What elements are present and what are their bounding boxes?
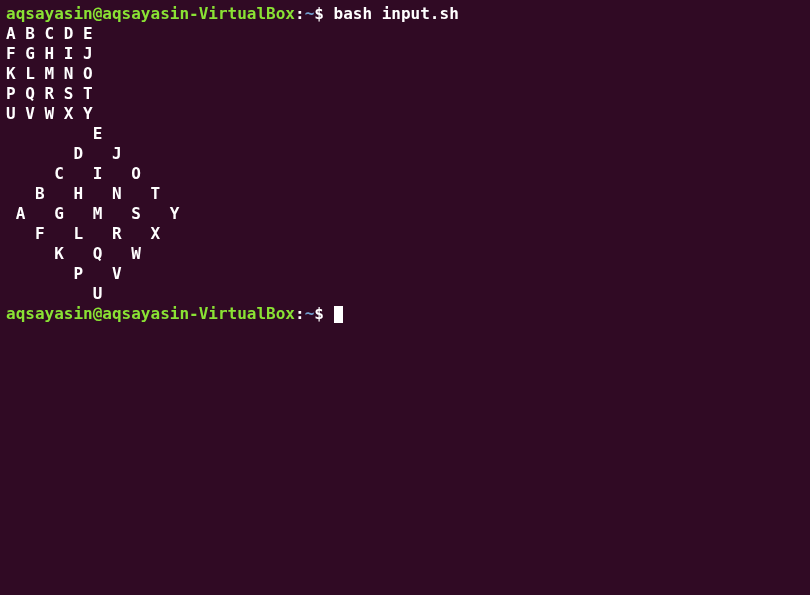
output-row: A B C D E: [6, 24, 804, 44]
prompt-colon: :: [295, 4, 305, 23]
prompt-user-host: aqsayasin@aqsayasin-VirtualBox: [6, 4, 295, 23]
output-diamond-row: A G M S Y: [6, 204, 804, 224]
output-diamond-row: E: [6, 124, 804, 144]
prompt-dollar: $: [314, 4, 333, 23]
output-diamond-row: P V: [6, 264, 804, 284]
command-text: bash input.sh: [334, 4, 459, 23]
prompt-path: ~: [305, 304, 315, 323]
output-diamond-row: U: [6, 284, 804, 304]
prompt-dollar: $: [314, 304, 333, 323]
prompt-path: ~: [305, 4, 315, 23]
prompt-colon: :: [295, 304, 305, 323]
output-row: K L M N O: [6, 64, 804, 84]
cursor-block[interactable]: [334, 306, 343, 323]
output-row: U V W X Y: [6, 104, 804, 124]
output-diamond-row: C I O: [6, 164, 804, 184]
output-row: F G H I J: [6, 44, 804, 64]
output-row: P Q R S T: [6, 84, 804, 104]
output-diamond-row: K Q W: [6, 244, 804, 264]
prompt-line-2[interactable]: aqsayasin@aqsayasin-VirtualBox:~$: [6, 304, 804, 324]
output-diamond-row: F L R X: [6, 224, 804, 244]
prompt-user-host: aqsayasin@aqsayasin-VirtualBox: [6, 304, 295, 323]
output-diamond-row: D J: [6, 144, 804, 164]
output-diamond-row: B H N T: [6, 184, 804, 204]
prompt-line-1: aqsayasin@aqsayasin-VirtualBox:~$ bash i…: [6, 4, 804, 24]
